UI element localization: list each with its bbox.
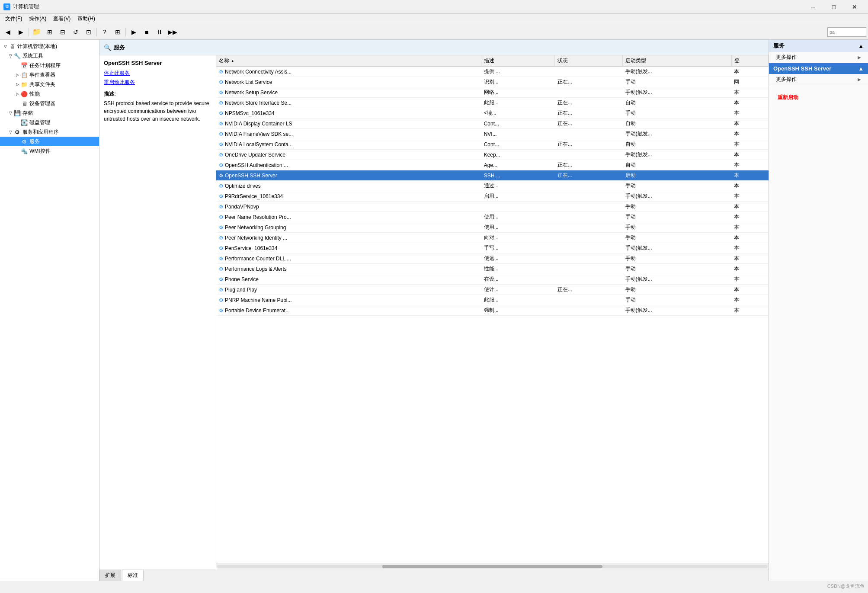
tree-system-tools[interactable]: ▽ 🔧 系统工具	[0, 51, 99, 61]
tree-shared-expand[interactable]: ▷	[14, 81, 21, 88]
tree-services-apps[interactable]: ▽ ⚙ 服务和应用程序	[0, 127, 99, 137]
tree-svcapps-expand[interactable]: ▽	[7, 128, 14, 135]
maximize-button[interactable]: □	[824, 0, 844, 14]
service-status	[555, 212, 623, 222]
table-row[interactable]: ⚙PNRP Machine Name Publ...此服...手动本	[216, 295, 769, 305]
menu-file[interactable]: 文件(F)	[2, 14, 26, 23]
table-row[interactable]: ⚙Optimize drives通过...手动本	[216, 181, 769, 191]
table-row[interactable]: ⚙Phone Service在设...手动(触发...本	[216, 274, 769, 285]
table-row[interactable]: ⚙PandaVPNovp手动本	[216, 202, 769, 212]
scrollbar-thumb[interactable]	[382, 565, 602, 568]
tree-task-scheduler[interactable]: ▷ 📅 任务计划程序	[0, 61, 99, 70]
horizontal-scrollbar[interactable]	[216, 564, 769, 569]
actions-section-2-header[interactable]: OpenSSH SSH Server ▲	[769, 63, 868, 74]
menu-help[interactable]: 帮助(H)	[74, 14, 99, 23]
table-row[interactable]: ⚙Performance Counter DLL ...使远...手动本	[216, 253, 769, 264]
menu-view[interactable]: 查看(V)	[50, 14, 74, 23]
table-row[interactable]: ⚙NVIDIA FrameView SDK se...NVI...手动(触发..…	[216, 129, 769, 139]
toolbar-stop[interactable]: ■	[141, 26, 153, 38]
table-row[interactable]: ⚙OpenSSH Authentication ...Age...正在...自动…	[216, 160, 769, 170]
table-row[interactable]: ⚙OneDrive Updater ServiceKeep...手动(触发...…	[216, 150, 769, 160]
service-login: 本	[731, 222, 768, 233]
table-row[interactable]: ⚙PenService_1061e334手写...手动(触发...本	[216, 243, 769, 253]
service-gear-icon: ⚙	[219, 245, 224, 251]
toolbar-forward[interactable]: ▶	[15, 26, 27, 38]
table-row[interactable]: ⚙Peer Networking Identity ...向对...手动本	[216, 233, 769, 243]
table-row[interactable]: ⚙Network Store Interface Se...此服...正在...…	[216, 98, 769, 108]
actions-more-1[interactable]: 更多操作 ▶	[769, 52, 868, 63]
toolbar-console[interactable]: ⊞	[112, 26, 124, 38]
table-scroll[interactable]: 名称 ▲ 描述 状态 启动类型 登 ⚙Network Connectivity …	[216, 55, 769, 564]
tree-system-expand[interactable]: ▽	[7, 52, 14, 59]
tree-performance[interactable]: ▷ 🔴 性能	[0, 89, 99, 99]
col-login[interactable]: 登	[731, 55, 768, 67]
toolbar-grid1[interactable]: ⊞	[44, 26, 56, 38]
toolbar-play[interactable]: ▶	[128, 26, 140, 38]
table-row[interactable]: ⚙Portable Device Enumerat...强制...手动(触发..…	[216, 305, 769, 316]
toolbar-search	[827, 27, 866, 37]
tree-root-expand[interactable]: ▽	[2, 43, 9, 50]
toolbar-skip[interactable]: ▶▶	[167, 26, 179, 38]
table-row[interactable]: ⚙Network Connectivity Assis...提供 ...手动(触…	[216, 67, 769, 77]
table-row[interactable]: ⚙Peer Networking Grouping使用...手动本	[216, 222, 769, 233]
toolbar-grid2[interactable]: ⊟	[57, 26, 69, 38]
service-startup: 手动	[623, 212, 732, 222]
service-status	[555, 202, 623, 212]
close-button[interactable]: ✕	[845, 0, 865, 14]
table-row[interactable]: ⚙OpenSSH SSH ServerSSH ...正在...启动本	[216, 170, 769, 181]
tree-event-viewer[interactable]: ▷ 📋 事件查看器	[0, 70, 99, 80]
col-status[interactable]: 状态	[555, 55, 623, 67]
service-status: 正在...	[555, 77, 623, 87]
tree-services[interactable]: ▷ ⚙ 服务	[0, 137, 99, 146]
tree-device-manager[interactable]: ▷ 🖥 设备管理器	[0, 99, 99, 108]
toolbar-grid3[interactable]: ⊡	[83, 26, 95, 38]
tree-storage[interactable]: ▽ 💾 存储	[0, 108, 99, 118]
desc-text: SSH protocol based service to provide se…	[104, 99, 211, 123]
tree-root[interactable]: ▽ 🖥 计算机管理(本地)	[0, 42, 99, 51]
table-row[interactable]: ⚙NPSMSvc_1061e334<读...正在...手动本	[216, 108, 769, 119]
service-desc: 手写...	[481, 243, 555, 253]
table-row[interactable]: ⚙Performance Logs & Alerts性能...手动本	[216, 264, 769, 274]
service-name-cell: ⚙Network Store Interface Se...	[216, 98, 481, 108]
table-row[interactable]: ⚙P9RdrService_1061e334启用...手动(触发...本	[216, 191, 769, 202]
table-row[interactable]: ⚙Peer Name Resolution Pro...使用...手动本	[216, 212, 769, 222]
service-desc: 向对...	[481, 233, 555, 243]
tab-expand[interactable]: 扩展	[99, 570, 121, 581]
table-row[interactable]: ⚙NVIDIA Display Container LSCont...正在...…	[216, 119, 769, 129]
col-desc[interactable]: 描述	[481, 55, 555, 67]
table-row[interactable]: ⚙Network List Service识别...正在...手动网	[216, 77, 769, 87]
col-startup[interactable]: 启动类型	[623, 55, 732, 67]
toolbar-help[interactable]: ?	[99, 26, 111, 38]
performance-icon: 🔴	[21, 90, 28, 97]
restart-service-link[interactable]: 重启动此服务	[104, 79, 211, 86]
toolbar-pause[interactable]: ⏸	[154, 26, 166, 38]
tree-event-expand[interactable]: ▷	[14, 71, 21, 78]
tree-wmi[interactable]: ▷ 🔩 WMI控件	[0, 146, 99, 156]
tree-shared-folders[interactable]: ▷ 📁 共享文件夹	[0, 80, 99, 89]
service-desc: 在设...	[481, 274, 555, 285]
menu-action[interactable]: 操作(A)	[26, 14, 50, 23]
tree-storage-expand[interactable]: ▽	[7, 109, 14, 116]
service-desc: 此服...	[481, 98, 555, 108]
service-gear-icon: ⚙	[219, 69, 224, 75]
service-gear-icon: ⚙	[219, 297, 224, 303]
search-input[interactable]	[830, 29, 864, 35]
service-startup: 启动	[623, 170, 732, 181]
tree-disk-manager[interactable]: ▷ 💽 磁盘管理	[0, 118, 99, 127]
toolbar-refresh[interactable]: ↺	[70, 26, 82, 38]
actions-more-2[interactable]: 更多操作 ▶	[769, 74, 868, 85]
toolbar-back[interactable]: ◀	[2, 26, 14, 38]
actions-section-1-header[interactable]: 服务 ▲	[769, 40, 868, 52]
service-login: 本	[731, 243, 768, 253]
col-name[interactable]: 名称 ▲	[216, 55, 481, 67]
service-status: 正在...	[555, 98, 623, 108]
tab-standard[interactable]: 标准	[122, 570, 144, 581]
table-row[interactable]: ⚙Network Setup Service网络...手动(触发...本	[216, 87, 769, 98]
stop-service-link[interactable]: 停止此服务	[104, 70, 211, 77]
toolbar-open[interactable]: 📁	[31, 26, 43, 38]
minimize-button[interactable]: ─	[803, 0, 823, 14]
tree-perf-expand[interactable]: ▷	[14, 90, 21, 97]
table-row[interactable]: ⚙NVIDIA LocalSystem Conta...Cont...正在...…	[216, 139, 769, 150]
service-gear-icon: ⚙	[219, 162, 224, 168]
table-row[interactable]: ⚙Plug and Play使计...正在...手动本	[216, 285, 769, 295]
